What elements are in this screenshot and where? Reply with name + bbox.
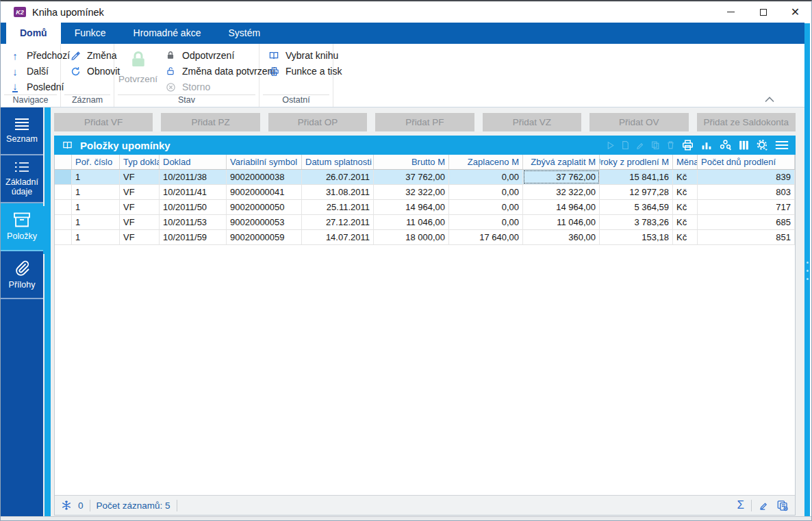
table-cell[interactable]: Kč <box>673 185 698 199</box>
table-cell[interactable]: 14.07.2011 <box>302 230 374 244</box>
table-cell[interactable]: 14 964,00 <box>374 200 449 214</box>
edit-icon[interactable] <box>636 141 645 150</box>
table-cell[interactable]: 32 322,00 <box>374 185 449 199</box>
table-cell[interactable]: 10/2011/53 <box>160 215 227 229</box>
table-cell[interactable]: 37 762,00 <box>523 170 600 184</box>
print-icon[interactable] <box>681 139 694 151</box>
table-cell[interactable]: Kč <box>673 200 698 214</box>
table-cell[interactable]: 803 <box>698 185 795 199</box>
column-header[interactable]: Datum splatnosti <box>302 155 374 169</box>
table-cell[interactable]: 153,18 <box>600 230 673 244</box>
table-cell[interactable]: 11 046,00 <box>374 215 449 229</box>
tab-systém[interactable]: Systém <box>214 23 274 44</box>
table-cell[interactable]: 17 640,00 <box>449 230 523 244</box>
table-cell[interactable]: Kč <box>673 170 698 184</box>
table-cell[interactable]: VF <box>120 230 160 244</box>
table-cell[interactable]: Kč <box>673 215 698 229</box>
copy-icon[interactable] <box>651 140 660 150</box>
change-button[interactable]: Změna <box>65 48 111 63</box>
column-header[interactable]: Brutto M <box>374 155 449 169</box>
table-cell[interactable]: 0,00 <box>449 200 523 214</box>
table-cell[interactable]: 14 964,00 <box>523 200 600 214</box>
sidebar-item-polozky[interactable]: Položky <box>1 203 43 251</box>
table-cell[interactable]: 1 <box>72 185 120 199</box>
table-cell[interactable]: 31.08.2011 <box>302 185 374 199</box>
column-header[interactable]: Typ dokladu <box>120 155 160 169</box>
new-document-icon[interactable] <box>621 140 630 150</box>
tab-hromadné-akce[interactable]: Hromadné akce <box>120 23 215 44</box>
table-cell[interactable]: 32 322,00 <box>523 185 600 199</box>
next-record-button[interactable]: ↓ Další <box>5 64 58 79</box>
tab-domů[interactable]: Domů <box>6 23 61 44</box>
column-header[interactable]: Měna <box>673 155 698 169</box>
table-cell[interactable]: 685 <box>698 215 795 229</box>
table-cell[interactable]: 1 <box>72 215 120 229</box>
column-header[interactable]: Úroky z prodlení M <box>600 155 673 169</box>
row-marker-cell[interactable] <box>55 200 72 214</box>
table-cell[interactable]: 851 <box>698 230 795 244</box>
column-header[interactable]: Zbývá zaplatit M <box>523 155 600 169</box>
row-marker-cell[interactable] <box>55 215 72 229</box>
maximize-button[interactable] <box>747 1 779 23</box>
table-cell[interactable]: 90020000041 <box>227 185 302 199</box>
sidebar-item-seznam[interactable]: Seznam <box>1 107 43 155</box>
left-splitter[interactable] <box>45 107 51 518</box>
row-marker-cell[interactable] <box>55 185 72 199</box>
play-icon[interactable] <box>606 141 615 150</box>
table-cell[interactable]: 90020000038 <box>227 170 302 184</box>
last-record-button[interactable]: ↓ Poslední <box>5 79 58 94</box>
add-button[interactable]: Přidat PF <box>375 113 474 131</box>
row-marker-cell[interactable] <box>55 170 72 184</box>
delete-icon[interactable] <box>666 140 675 150</box>
close-button[interactable]: ✕ <box>779 1 811 23</box>
column-header[interactable]: Poř. číslo <box>72 155 120 169</box>
table-cell[interactable]: 0,00 <box>449 170 523 184</box>
table-cell[interactable]: 90020000050 <box>227 200 302 214</box>
table-cell[interactable]: 10/2011/38 <box>160 170 227 184</box>
ribbon-collapse-button[interactable] <box>765 97 774 103</box>
add-button[interactable]: Přidat VF <box>54 113 153 131</box>
select-book-button[interactable]: Vybrat knihu <box>264 48 330 63</box>
table-cell[interactable]: 37 762,00 <box>374 170 449 184</box>
table-cell[interactable]: 90020000059 <box>227 230 302 244</box>
table-cell[interactable]: VF <box>120 215 160 229</box>
table-cell[interactable]: 26.07.2011 <box>302 170 374 184</box>
table-cell[interactable]: 10/2011/59 <box>160 230 227 244</box>
table-cell[interactable]: 5 364,59 <box>600 200 673 214</box>
add-record-list-icon[interactable] <box>776 500 789 511</box>
table-cell[interactable]: 90020000053 <box>227 215 302 229</box>
menu-icon[interactable] <box>775 140 789 150</box>
table-cell[interactable]: 360,00 <box>523 230 600 244</box>
previous-record-button[interactable]: ↑ Předchozí <box>5 48 58 63</box>
row-marker-cell[interactable] <box>55 230 72 244</box>
table-cell[interactable]: 15 841,16 <box>600 170 673 184</box>
sidebar-item-zakladni-udaje[interactable]: Základní údaje <box>1 155 43 203</box>
table-cell[interactable]: 18 000,00 <box>374 230 449 244</box>
chart-icon[interactable] <box>700 140 713 151</box>
table-cell[interactable]: 12 977,28 <box>600 185 673 199</box>
table-cell[interactable]: VF <box>120 185 160 199</box>
table-cell[interactable]: 839 <box>698 170 795 184</box>
add-button[interactable]: Přidat OV <box>589 113 688 131</box>
table-cell[interactable]: Kč <box>673 230 698 244</box>
edit-icon[interactable] <box>759 500 770 511</box>
sidebar-item-prilohy[interactable]: Přílohy <box>1 251 43 299</box>
column-header[interactable]: Doklad <box>160 155 227 169</box>
table-cell[interactable]: 10/2011/41 <box>160 185 227 199</box>
table-cell[interactable]: 3 783,26 <box>600 215 673 229</box>
grouping-icon[interactable] <box>719 139 732 151</box>
add-button[interactable]: Přidat ze Saldokonta <box>697 113 796 131</box>
column-header[interactable]: Počet dnů prodlení <box>698 155 795 169</box>
add-button[interactable]: Přidat OP <box>268 113 367 131</box>
right-splitter[interactable] <box>804 23 810 518</box>
add-button[interactable]: Přidat VZ <box>483 113 581 131</box>
table-cell[interactable]: 11 046,00 <box>523 215 600 229</box>
tab-funkce[interactable]: Funkce <box>61 23 120 44</box>
minimize-button[interactable] <box>715 1 747 23</box>
table-cell[interactable]: VF <box>120 200 160 214</box>
sum-icon[interactable]: Σ <box>737 498 744 512</box>
table-cell[interactable]: 1 <box>72 200 120 214</box>
table-cell[interactable]: 25.11.2011 <box>302 200 374 214</box>
table-cell[interactable]: 27.12.2011 <box>302 215 374 229</box>
add-button[interactable]: Přidat PZ <box>161 113 259 131</box>
